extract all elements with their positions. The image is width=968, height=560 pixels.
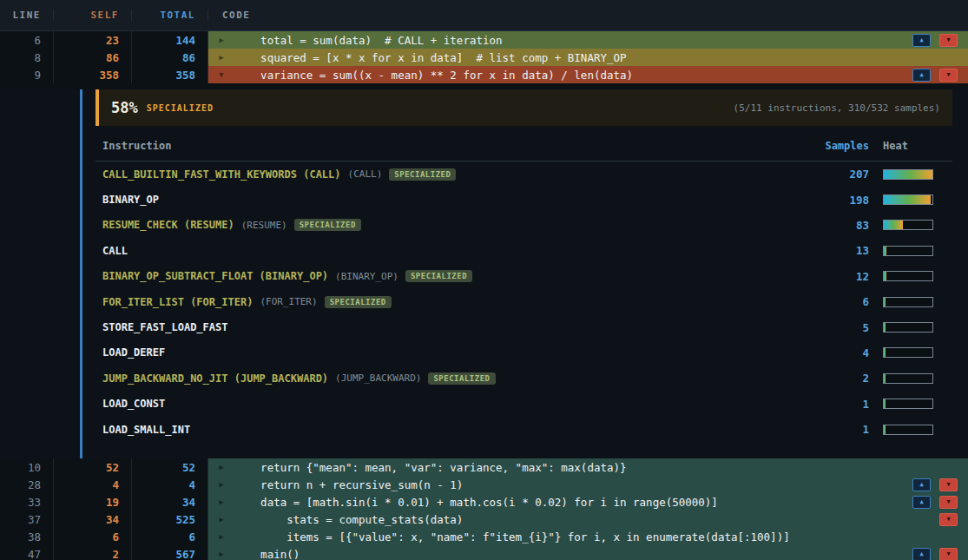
heat-bar-fill bbox=[884, 425, 886, 434]
jump-down-button[interactable]: ▼ bbox=[939, 69, 958, 82]
self-samples-value: 34 bbox=[54, 511, 132, 528]
specialization-detail-panel: 58% SPECIALIZED (5/11 instructions, 310/… bbox=[0, 89, 968, 458]
source-code-text: return n + recursive_sum(n - 1) bbox=[234, 478, 912, 491]
total-samples-value: 525 bbox=[132, 511, 208, 528]
total-samples-value: 86 bbox=[132, 49, 208, 66]
heat-bar-track bbox=[883, 169, 933, 180]
instruction-samples-value: 207 bbox=[800, 168, 869, 181]
instruction-samples-value: 198 bbox=[800, 194, 869, 207]
instruction-name-cell: JUMP_BACKWARD_NO_JIT (JUMP_BACKWARD)(JUM… bbox=[102, 372, 800, 385]
heat-bar-track bbox=[883, 194, 933, 205]
expand-icon[interactable]: ▶ bbox=[208, 480, 234, 489]
jump-up-button[interactable]: ▲ bbox=[912, 496, 931, 509]
heat-bar-fill bbox=[884, 247, 886, 255]
code-rows-bottom: 105252▶ return {"mean": mean, "var": var… bbox=[0, 458, 968, 560]
column-header-self: SELF bbox=[54, 10, 132, 21]
heat-bar-track bbox=[883, 297, 933, 307]
heat-bar-track bbox=[883, 347, 933, 358]
jump-up-button[interactable]: ▲ bbox=[912, 548, 931, 560]
heat-bar-fill bbox=[884, 399, 886, 408]
code-line-row: 88686▶ squared = [x * x for x in data] #… bbox=[0, 49, 968, 66]
heat-bar-cell bbox=[883, 246, 945, 256]
heat-bar-cell bbox=[883, 220, 945, 230]
heat-bar-fill bbox=[884, 221, 903, 229]
line-number: 38 bbox=[0, 528, 54, 545]
instruction-name: RESUME_CHECK (RESUME) bbox=[102, 219, 234, 231]
instruction-name: CALL_BUILTIN_FAST_WITH_KEYWORDS (CALL) bbox=[102, 168, 341, 181]
code-line-row: 2844▶ return n + recursive_sum(n - 1)▲▼ bbox=[0, 476, 968, 493]
expand-icon[interactable]: ▶ bbox=[208, 497, 234, 506]
code-heat-cell: ▶ main()▲▼ bbox=[208, 545, 968, 560]
instruction-name-cell: LOAD_SMALL_INT bbox=[102, 424, 800, 436]
heat-bar-cell bbox=[883, 194, 945, 205]
specialized-label: SPECIALIZED bbox=[147, 103, 214, 113]
line-number: 47 bbox=[0, 545, 54, 560]
jump-down-button[interactable]: ▼ bbox=[939, 496, 958, 509]
jump-up-button[interactable]: ▲ bbox=[912, 69, 931, 82]
code-heat-cell: ▶ stats = compute_stats(data)▼ bbox=[208, 511, 968, 528]
instruction-rows: CALL_BUILTIN_FAST_WITH_KEYWORDS (CALL)(C… bbox=[95, 161, 952, 442]
collapse-icon[interactable]: ▼ bbox=[208, 70, 234, 79]
heat-bar-track bbox=[883, 425, 933, 435]
heat-bar-cell bbox=[883, 169, 945, 180]
heat-bar-track bbox=[883, 246, 933, 256]
line-number: 33 bbox=[0, 493, 54, 511]
source-code-text: variance = sum((x - mean) ** 2 for x in … bbox=[234, 69, 912, 82]
generic-opcode-name: (FOR_ITER) bbox=[260, 296, 317, 307]
total-samples-value: 567 bbox=[132, 545, 208, 560]
heat-bar-fill bbox=[884, 298, 886, 306]
heat-bar-track bbox=[883, 373, 933, 384]
instruction-name: CALL bbox=[102, 245, 128, 257]
line-number: 9 bbox=[0, 66, 54, 83]
expand-icon[interactable]: ▶ bbox=[208, 515, 234, 524]
total-samples-value: 6 bbox=[132, 528, 208, 545]
instruction-samples-value: 4 bbox=[800, 346, 869, 359]
jump-down-button[interactable]: ▼ bbox=[939, 548, 958, 560]
instruction-row: CALL13 bbox=[95, 238, 952, 263]
instruction-name-cell: LOAD_DEREF bbox=[102, 346, 800, 359]
instruction-name: BINARY_OP_SUBTRACT_FLOAT (BINARY_OP) bbox=[102, 270, 328, 282]
expand-icon[interactable]: ▶ bbox=[208, 53, 234, 62]
code-line-row: 9358358▼ variance = sum((x - mean) ** 2 … bbox=[0, 66, 968, 83]
code-rows-top: 623144▶ total = sum(data) # CALL + itera… bbox=[0, 31, 968, 83]
instruction-name-cell: CALL bbox=[102, 245, 800, 257]
row-nav-buttons: ▲▼ bbox=[912, 548, 968, 560]
code-heat-cell: ▶ total = sum(data) # CALL + iteration▲▼ bbox=[208, 31, 968, 49]
code-heat-cell: ▼ variance = sum((x - mean) ** 2 for x i… bbox=[208, 66, 968, 83]
jump-down-button[interactable]: ▼ bbox=[939, 34, 958, 47]
code-line-row: 3866▶ items = [{"value": x, "name": f"it… bbox=[0, 528, 968, 545]
jump-down-button[interactable]: ▼ bbox=[939, 478, 958, 491]
jump-up-button[interactable]: ▲ bbox=[912, 34, 931, 47]
specialized-badge: SPECIALIZED bbox=[405, 270, 472, 282]
code-line-row: 331934▶ data = [math.sin(i * 0.01) + mat… bbox=[0, 493, 968, 511]
instruction-name: LOAD_SMALL_INT bbox=[102, 424, 190, 436]
heat-bar-cell bbox=[883, 297, 945, 307]
instruction-row: CALL_BUILTIN_FAST_WITH_KEYWORDS (CALL)(C… bbox=[95, 161, 952, 187]
detail-panel-content: 58% SPECIALIZED (5/11 instructions, 310/… bbox=[95, 89, 952, 442]
instruction-row: LOAD_DEREF4 bbox=[95, 340, 952, 366]
instruction-row: LOAD_CONST1 bbox=[95, 392, 952, 417]
instruction-samples-value: 13 bbox=[800, 244, 869, 257]
header-samples: Samples bbox=[800, 140, 869, 152]
jump-up-button[interactable]: ▲ bbox=[912, 478, 931, 491]
generic-opcode-name: (JUMP_BACKWARD) bbox=[335, 372, 421, 384]
expand-icon[interactable]: ▶ bbox=[208, 36, 234, 44]
instruction-name-cell: RESUME_CHECK (RESUME)(RESUME)SPECIALIZED bbox=[102, 219, 800, 231]
source-code-text: squared = [x * x for x in data] # list c… bbox=[234, 51, 958, 64]
instruction-name: LOAD_DEREF bbox=[102, 346, 165, 359]
total-samples-value: 34 bbox=[132, 493, 208, 511]
self-samples-value: 23 bbox=[54, 31, 132, 49]
jump-down-button[interactable]: ▼ bbox=[939, 513, 958, 526]
total-samples-value: 52 bbox=[132, 458, 208, 476]
specialized-badge: SPECIALIZED bbox=[294, 219, 361, 231]
instruction-name: JUMP_BACKWARD_NO_JIT (JUMP_BACKWARD) bbox=[102, 372, 328, 385]
expand-icon[interactable]: ▶ bbox=[208, 532, 234, 541]
code-line-row: 105252▶ return {"mean": mean, "var": var… bbox=[0, 458, 968, 476]
instruction-name-cell: LOAD_CONST bbox=[102, 398, 800, 410]
expand-icon[interactable]: ▶ bbox=[208, 550, 234, 558]
self-samples-value: 358 bbox=[54, 66, 132, 83]
expand-icon[interactable]: ▶ bbox=[208, 463, 234, 471]
source-code-text: total = sum(data) # CALL + iteration bbox=[234, 34, 912, 47]
header-heat: Heat bbox=[883, 140, 945, 152]
instruction-name: LOAD_CONST bbox=[102, 398, 165, 410]
